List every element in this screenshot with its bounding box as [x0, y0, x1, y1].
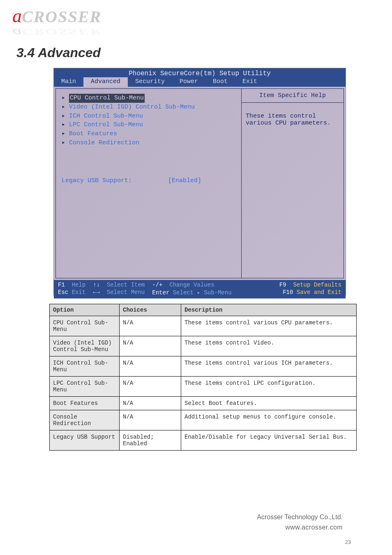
- table-row: Video (Intel IGD) Control Sub-MenuN/AThe…: [50, 336, 357, 356]
- bios-tab-main[interactable]: Main: [54, 77, 83, 87]
- bios-option-value[interactable]: [Enabled]: [168, 177, 201, 184]
- bios-menu-cpu[interactable]: CPU Control Sub-Menu: [69, 94, 145, 103]
- th-option: Option: [50, 304, 120, 316]
- page-number: 23: [345, 539, 351, 545]
- table-row: ICH Control Sub-MenuN/AThese items contr…: [50, 356, 357, 377]
- table-row: LPC Control Sub-MenuN/AThese items contr…: [50, 377, 357, 397]
- bios-tab-power[interactable]: Power: [172, 77, 205, 87]
- bios-left-pane: ▸ CPU Control Sub-Menu ▸ Video (Intel IG…: [55, 88, 241, 278]
- th-description: Description: [181, 304, 357, 316]
- logo: aCROSSER aCROSSER: [12, 5, 123, 44]
- logo-letter-a: a: [12, 5, 22, 26]
- bios-tab-exit[interactable]: Exit: [235, 77, 265, 87]
- table-row: Boot FeaturesN/ASelect Boot features.: [50, 397, 357, 410]
- bios-footer: F1 Help ↑↓ Select Item -/+ Change Values…: [54, 280, 346, 298]
- table-row: CPU Control Sub-MenuN/AThese items contr…: [50, 316, 357, 336]
- bios-menu-boot-features[interactable]: Boot Features: [69, 130, 117, 137]
- bios-tab-security[interactable]: Security: [128, 77, 172, 87]
- bios-option-label: Legacy USB Support:: [62, 176, 164, 185]
- bios-tabs: Main Advanced Security Power Boot Exit: [54, 77, 346, 87]
- th-choices: Choices: [120, 304, 181, 316]
- bios-menu-lpc[interactable]: LPC Control Sub-Menu: [69, 121, 143, 128]
- page-footer: Acrosser Technology Co.,Ltd. www.acrosse…: [257, 512, 343, 533]
- footer-company: Acrosser Technology Co.,Ltd.: [257, 512, 343, 523]
- bios-help-title: Item Specific Help: [242, 89, 344, 103]
- bios-tab-advanced[interactable]: Advanced: [83, 77, 128, 87]
- table-row: Legacy USB SupportDisabled; EnabledEnabl…: [50, 430, 357, 451]
- footer-site: www.acrosser.com: [257, 522, 343, 533]
- logo-text: CROSSER: [22, 7, 101, 26]
- bios-tab-boot[interactable]: Boot: [205, 77, 235, 87]
- bios-right-pane: Item Specific Help These items control v…: [241, 88, 344, 278]
- section-title: 3.4 Advanced: [16, 45, 376, 60]
- bios-help-text: These items control various CPU paramete…: [242, 103, 344, 136]
- bios-menu-ich[interactable]: ICH Control Sub-Menu: [69, 113, 143, 120]
- table-row: Console RedirectionN/AAdditional setup m…: [50, 410, 357, 430]
- bios-title: Phoenix SecureCore(tm) Setup Utility: [54, 68, 346, 77]
- bios-screenshot: Phoenix SecureCore(tm) Setup Utility Mai…: [53, 68, 346, 296]
- options-table: Option Choices Description CPU Control S…: [49, 304, 357, 451]
- bios-menu-console[interactable]: Console Redirection: [69, 139, 139, 146]
- bios-menu-video[interactable]: Video (Intel IGD) Control Sub-Menu: [69, 104, 195, 111]
